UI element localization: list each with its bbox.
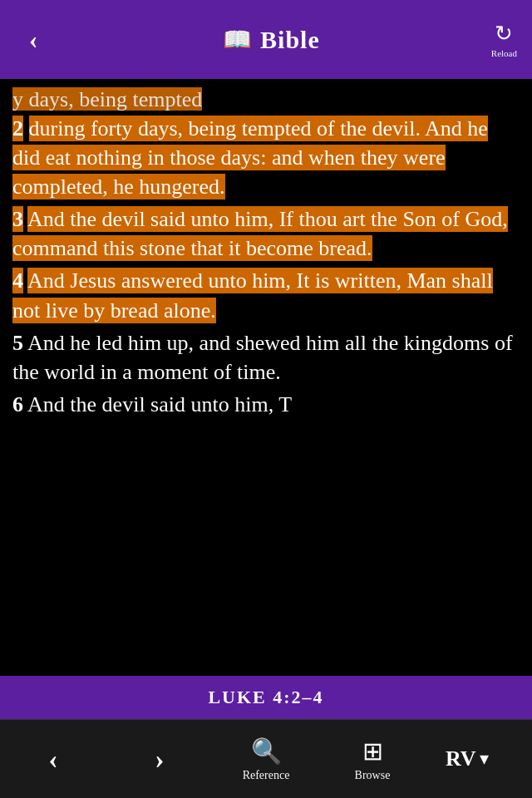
reload-button[interactable]: ↻ Reload bbox=[491, 21, 517, 58]
verse-4: 4 And Jesus answered unto him, It is wri… bbox=[12, 266, 520, 324]
prev-button[interactable]: ‹ bbox=[20, 743, 86, 775]
browse-button[interactable]: ⊞ Browse bbox=[339, 736, 406, 782]
reload-label: Reload bbox=[491, 48, 517, 58]
verse-num-3: 3 bbox=[12, 206, 23, 232]
bible-content: y days, being tempted 2 during forty day… bbox=[0, 79, 532, 676]
bottom-nav: ‹ › 🔍 Reference ⊞ Browse RV ▾ bbox=[0, 719, 532, 798]
prev-icon: ‹ bbox=[48, 743, 57, 775]
bible-icon: 📖 bbox=[223, 26, 252, 53]
verse-3: 3 And the devil said unto him, If thou a… bbox=[12, 204, 520, 263]
reload-icon: ↻ bbox=[495, 21, 513, 47]
reference-label: Reference bbox=[243, 769, 290, 782]
version-label: RV bbox=[446, 746, 476, 771]
back-icon: ‹ bbox=[29, 24, 38, 54]
header-title: Bible bbox=[260, 26, 320, 54]
verse-4-text: And Jesus answered unto him, It is writt… bbox=[12, 268, 493, 323]
partial-top-verse: y days, being tempted bbox=[12, 87, 520, 111]
version-selector[interactable]: RV ▾ bbox=[446, 746, 512, 771]
version-caret-icon: ▾ bbox=[480, 748, 489, 770]
verse-5: 5 And he led him up, and shewed him all … bbox=[12, 328, 520, 387]
verse-num-2: 2 bbox=[12, 116, 23, 141]
next-icon: › bbox=[155, 743, 164, 775]
browse-label: Browse bbox=[355, 769, 391, 782]
verse-2-text: during forty days, being tempted of the … bbox=[12, 116, 488, 200]
verse-num-4: 4 bbox=[12, 268, 23, 293]
verse-num-5: 5 bbox=[12, 331, 23, 355]
header: ‹ 📖 Bible ↻ Reload bbox=[0, 0, 532, 79]
reference-button[interactable]: 🔍 Reference bbox=[233, 736, 299, 782]
reference-bar: LUKE 4:2–4 bbox=[0, 676, 532, 719]
next-button[interactable]: › bbox=[126, 743, 193, 775]
back-button[interactable]: ‹ bbox=[15, 24, 52, 55]
header-title-area: 📖 Bible bbox=[223, 26, 320, 54]
reference-text: LUKE 4:2–4 bbox=[208, 687, 323, 708]
verse-3-text: And the devil said unto him, If thou art… bbox=[12, 206, 508, 261]
reference-search-icon: 🔍 bbox=[251, 736, 282, 766]
verse-6-text: And the devil said unto him, T bbox=[27, 392, 292, 416]
verse-2: 2 during forty days, being tempted of th… bbox=[12, 114, 520, 201]
verse-num-6: 6 bbox=[12, 392, 23, 416]
verse-5-text: And he led him up, and shewed him all th… bbox=[12, 331, 513, 384]
partial-text: y days, being tempted bbox=[12, 87, 202, 111]
verse-6-partial: 6 And the devil said unto him, T bbox=[12, 390, 520, 419]
browse-grid-icon: ⊞ bbox=[362, 736, 383, 766]
